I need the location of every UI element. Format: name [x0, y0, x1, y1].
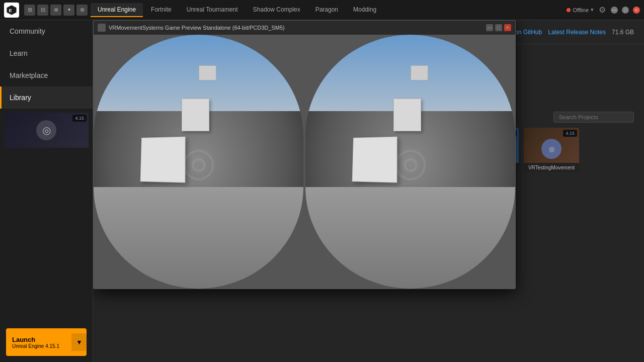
sidebar-item-community[interactable]: Community [0, 20, 93, 42]
storage-info: 71.6 GB [612, 29, 634, 36]
vrtestingmovement-thumb: 4.15 ◎ [524, 128, 579, 163]
sidebar-engine-card[interactable]: ◎ 4.15 [4, 113, 89, 148]
launch-button[interactable]: Launch Unreal Engine 4.15.1 ▾ [6, 328, 87, 356]
tool-icon-4[interactable]: ✦ [63, 5, 74, 16]
vr-app-icon [98, 24, 106, 32]
launch-label: Launch [12, 336, 35, 343]
sidebar-item-marketplace[interactable]: Marketplace [0, 64, 93, 86]
launch-dropdown-arrow[interactable]: ▾ [71, 333, 87, 351]
offline-indicator [567, 8, 571, 12]
vr-preview-window[interactable]: VRMovementSystems Game Preview Standalon… [93, 20, 516, 289]
tool-icon-5[interactable]: ⊗ [76, 5, 88, 16]
online-status: Offline ▾ [567, 7, 594, 13]
sidebar-item-library[interactable]: Library [0, 86, 93, 109]
nav-tab-unreal-engine[interactable]: Unreal Engine [91, 3, 143, 17]
nav-tabs: Unreal Engine Fortnite Unreal Tournament… [91, 3, 567, 17]
vr-window-titlebar: VRMovementSystems Game Preview Standalon… [94, 21, 515, 35]
window-controls: — □ ✕ [611, 7, 640, 14]
vr-maximize-btn[interactable]: □ [495, 24, 502, 31]
sidebar: Community Learn Marketplace Library ◎ 4.… [0, 20, 93, 362]
vr-window-controls: — □ ✕ [486, 24, 511, 31]
minimize-button[interactable]: — [611, 7, 618, 14]
tool-icon-1[interactable]: ⊞ [24, 5, 35, 16]
vr-right-eye: ◎ ◉ [305, 35, 515, 289]
title-bar: E ⊞ ⊟ ⊕ ✦ ⊗ Unreal Engine Fortnite Unrea… [0, 0, 644, 20]
main-layout: Community Learn Marketplace Library ◎ 4.… [0, 20, 644, 362]
maximize-button[interactable]: □ [622, 7, 629, 14]
tool-icon-2[interactable]: ⊟ [37, 5, 48, 16]
epic-logo[interactable]: E [4, 3, 19, 18]
version-badge: 4.15 [563, 130, 577, 137]
close-button[interactable]: ✕ [633, 7, 640, 14]
content-area: Engine Versions i + Add Versions ? Grab … [93, 20, 644, 362]
nav-tab-fortnite[interactable]: Fortnite [144, 3, 179, 17]
nav-tab-modding[interactable]: Modding [346, 3, 383, 17]
launch-section: Launch Unreal Engine 4.15.1 ▾ [0, 322, 93, 362]
ue-logo: ◎ [36, 120, 56, 140]
gear-icon[interactable]: ⚙ [599, 5, 606, 15]
launch-sublabel: Unreal Engine 4.15.1 [12, 343, 65, 349]
nav-tab-paragon[interactable]: Paragon [308, 3, 345, 17]
projects-search-input[interactable] [553, 112, 634, 123]
nav-tab-unreal-tournament[interactable]: Unreal Tournament [180, 3, 245, 17]
vr-left-eye: ◎ ◉ [94, 35, 303, 289]
vr-window-content: ◎ ◉ ◎ ◉ [94, 35, 515, 289]
tool-icon-3[interactable]: ⊕ [50, 5, 61, 16]
toolbar-icons: ⊞ ⊟ ⊕ ✦ ⊗ [24, 5, 88, 16]
svg-text:E: E [9, 8, 12, 13]
engine-version-badge: 4.15 [72, 115, 87, 122]
sidebar-item-learn[interactable]: Learn [0, 42, 93, 64]
project-card-vrtestingmovement[interactable]: 4.15 ◎ VRTestingMovement [524, 128, 579, 172]
project-label: VRTestingMovement [524, 163, 579, 172]
vr-window-title: VRMovementSystems Game Preview Standalon… [109, 25, 483, 31]
release-notes-link[interactable]: Latest Release Notes [548, 29, 606, 36]
vr-minimize-btn[interactable]: — [486, 24, 493, 31]
nav-tab-shadow-complex[interactable]: Shadow Complex [246, 3, 307, 17]
vr-close-btn[interactable]: ✕ [504, 24, 511, 31]
launch-button-main: Launch Unreal Engine 4.15.1 [6, 336, 71, 349]
engine-card-thumbnail: ◎ 4.15 [4, 113, 89, 148]
